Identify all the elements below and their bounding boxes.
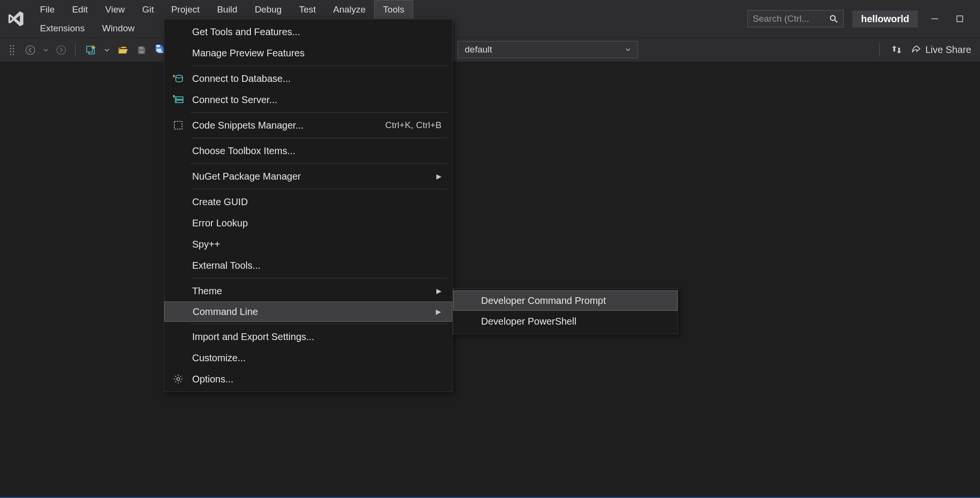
menu-separator (191, 189, 447, 189)
menu-separator (191, 138, 447, 138)
menu-error-lookup[interactable]: Error Lookup (164, 212, 452, 234)
menu-item-label: Manage Preview Features (192, 48, 442, 59)
menu-file[interactable]: File (31, 0, 64, 19)
menu-command-line[interactable]: Command Line ▶ (164, 301, 452, 322)
menu-item-label: Developer PowerShell (481, 316, 667, 327)
toolbar-separator (75, 43, 76, 57)
menu-spy-plus-plus[interactable]: Spy++ (164, 234, 452, 255)
menu-item-label: Developer Command Prompt (481, 295, 666, 306)
toolbar-separator (879, 43, 880, 56)
gear-icon (164, 374, 192, 384)
open-file-button[interactable] (115, 41, 131, 59)
svg-rect-18 (139, 46, 143, 49)
menu-theme[interactable]: Theme ▶ (164, 280, 452, 301)
svg-rect-29 (174, 121, 182, 129)
search-box[interactable]: Search (Ctrl... (747, 10, 844, 27)
solution-config-value: default (465, 44, 492, 55)
svg-point-12 (26, 45, 35, 54)
solution-name[interactable]: helloworld (852, 11, 918, 27)
svg-point-7 (13, 48, 14, 49)
menu-item-label: Create GUID (192, 197, 442, 208)
menu-separator (191, 66, 447, 66)
svg-point-0 (830, 15, 835, 20)
visual-studio-icon (7, 10, 25, 28)
svg-rect-19 (139, 51, 144, 53)
nav-forward-button[interactable] (54, 41, 68, 59)
menubar-row-1: File Edit View Git Project Build Debug T… (31, 0, 747, 19)
search-icon (829, 14, 838, 24)
menu-item-label: Code Snippets Manager... (192, 120, 385, 131)
live-share-button[interactable]: Live Share (911, 44, 971, 55)
menu-edit[interactable]: Edit (64, 0, 97, 19)
menu-item-label: Get Tools and Features... (192, 26, 442, 38)
menu-tools[interactable]: Tools (374, 0, 413, 19)
live-share-icon (911, 44, 921, 55)
solution-config-dropdown[interactable]: default (457, 41, 638, 58)
menu-item-label: External Tools... (192, 260, 442, 271)
right-toolbar: Live Share (876, 41, 971, 58)
menu-options[interactable]: Options... (164, 368, 452, 390)
svg-point-24 (176, 75, 183, 78)
drag-handle-icon[interactable] (5, 41, 19, 59)
menu-view[interactable]: View (96, 0, 133, 19)
menu-project[interactable]: Project (163, 0, 209, 19)
nav-back-dropdown[interactable] (41, 41, 50, 59)
menu-choose-toolbox-items[interactable]: Choose Toolbox Items... (164, 140, 452, 161)
submenu-arrow-icon: ▶ (436, 172, 442, 180)
submenu-arrow-icon: ▶ (436, 308, 441, 315)
menu-window[interactable]: Window (93, 19, 144, 38)
chevron-down-icon (625, 47, 631, 52)
svg-point-27 (176, 98, 177, 99)
svg-point-5 (13, 45, 14, 46)
menu-item-label: Theme (192, 286, 436, 297)
svg-point-10 (10, 53, 12, 55)
menu-analyze[interactable]: Analyze (325, 0, 375, 19)
menu-connect-to-server[interactable]: Connect to Server... (164, 89, 452, 110)
app-logo (0, 0, 31, 38)
menu-get-tools-and-features[interactable]: Get Tools and Features... (164, 21, 452, 42)
new-item-dropdown[interactable] (103, 41, 111, 59)
svg-point-11 (13, 53, 14, 55)
menu-create-guid[interactable]: Create GUID (164, 191, 452, 212)
editor-area (0, 62, 980, 498)
menu-item-label: Spy++ (192, 239, 442, 250)
svg-rect-3 (957, 16, 963, 22)
menu-item-shortcut: Ctrl+K, Ctrl+B (385, 120, 442, 131)
svg-line-1 (835, 20, 837, 23)
svg-point-8 (10, 51, 12, 52)
svg-rect-23 (157, 49, 161, 52)
svg-point-9 (13, 51, 14, 52)
menu-developer-powershell[interactable]: Developer PowerShell (453, 311, 678, 332)
svg-point-30 (177, 378, 180, 380)
menu-item-label: Choose Toolbox Items... (192, 145, 442, 157)
menu-extensions[interactable]: Extensions (31, 19, 93, 38)
search-placeholder: Search (Ctrl... (753, 13, 809, 24)
new-item-button[interactable] (82, 41, 99, 59)
menu-debug[interactable]: Debug (246, 0, 290, 19)
menu-git[interactable]: Git (133, 0, 162, 19)
menu-manage-preview-features[interactable]: Manage Preview Features (164, 42, 452, 64)
menu-test[interactable]: Test (290, 0, 325, 19)
nav-back-button[interactable] (23, 41, 38, 59)
menu-developer-command-prompt[interactable]: Developer Command Prompt (453, 290, 678, 311)
command-line-submenu: Developer Command Prompt Developer Power… (453, 288, 678, 334)
save-button[interactable] (134, 41, 149, 59)
titlebar-right: Search (Ctrl... helloworld (747, 0, 980, 38)
menu-nuget-package-manager[interactable]: NuGet Package Manager ▶ (164, 166, 452, 187)
menu-build[interactable]: Build (209, 0, 246, 19)
menu-code-snippets-manager[interactable]: Code Snippets Manager... Ctrl+K, Ctrl+B (164, 115, 452, 136)
menu-import-export-settings[interactable]: Import and Export Settings... (164, 326, 452, 347)
menu-customize[interactable]: Customize... (164, 347, 452, 368)
menu-external-tools[interactable]: External Tools... (164, 255, 452, 276)
menu-connect-to-database[interactable]: Connect to Database... (164, 68, 452, 89)
svg-point-4 (10, 45, 12, 46)
submenu-arrow-icon: ▶ (436, 287, 442, 295)
sync-icon[interactable] (889, 41, 904, 58)
titlebar: File Edit View Git Project Build Debug T… (0, 0, 980, 38)
svg-rect-22 (157, 45, 160, 47)
menu-item-label: Import and Export Settings... (192, 331, 442, 342)
window-maximize-button[interactable] (952, 11, 968, 27)
snippet-icon (164, 120, 192, 131)
window-minimize-button[interactable] (927, 11, 943, 27)
menu-separator (191, 163, 447, 164)
